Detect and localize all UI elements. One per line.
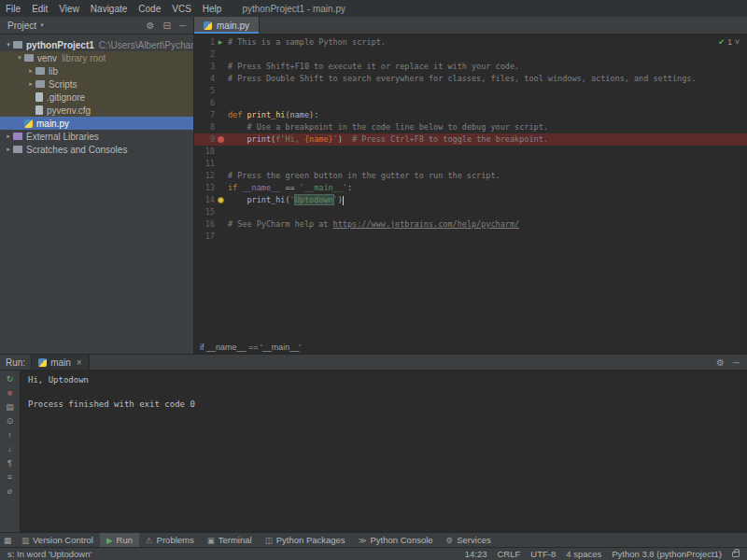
code-line-4[interactable]: 4# Press Double Shift to search everywhe… [194, 73, 747, 85]
tree-item-pythonproject1[interactable]: ▾pythonProject1C:\Users\Albert\PycharmPr… [0, 38, 193, 51]
code-line-15[interactable]: 15 [194, 206, 747, 218]
code-text: def print_hi(name): [226, 109, 318, 121]
code-line-12[interactable]: 12# Press the green button in the gutter… [194, 170, 747, 182]
code-line-2[interactable]: 2 [194, 49, 747, 61]
tree-item-pyvenv-cfg[interactable]: pyvenv.cfg [0, 104, 193, 117]
close-tab-icon[interactable]: × [77, 357, 82, 368]
code-text [226, 231, 228, 243]
indent-style[interactable]: 4 spaces [566, 549, 601, 559]
lock-icon[interactable] [732, 552, 740, 557]
project-view-selector[interactable]: Project ▾ [0, 21, 48, 31]
gutter-slot [215, 136, 226, 143]
code-line-6[interactable]: 6 [194, 97, 747, 109]
run-gutter-icon[interactable]: ▶ [218, 36, 223, 49]
code-line-17[interactable]: 17 [194, 231, 747, 243]
inspection-chevron-icon: ˅ [735, 37, 740, 47]
run-console[interactable]: Hi, Uptodown Process finished with exit … [21, 371, 747, 532]
menu-code[interactable]: Code [133, 4, 166, 14]
settings-gear-icon[interactable]: ⚙ [147, 21, 155, 31]
code-line-7[interactable]: 7def print_hi(name): [194, 109, 747, 121]
code-text: # This is a sample Python script. [226, 36, 386, 49]
down-stack-trace-icon[interactable]: ↓ [7, 443, 12, 455]
expand-arrow-icon[interactable]: ▸ [4, 133, 13, 140]
soft-wrap-icon[interactable]: ¶ [7, 457, 12, 469]
run-tab-main[interactable]: main × [31, 355, 90, 370]
menu-file[interactable]: File [0, 4, 26, 14]
expand-arrow-icon[interactable]: ▸ [26, 80, 35, 88]
collapse-all-icon[interactable]: ⊟ [163, 21, 171, 31]
code-text [226, 158, 228, 170]
pin-icon[interactable]: ⊙ [7, 415, 14, 427]
up-stack-trace-icon[interactable]: ↑ [7, 429, 12, 441]
expand-arrow-icon[interactable]: ▾ [15, 54, 24, 62]
tree-item-venv[interactable]: ▾venvlibrary root [0, 51, 193, 64]
code-text: # Press Double Shift to search everywher… [226, 73, 697, 85]
run-tab-label: main [50, 357, 71, 368]
scroll-to-end-icon[interactable]: ≡ [7, 471, 12, 483]
toolwindow-button-run[interactable]: ▶Run [100, 533, 139, 547]
line-number: 4 [194, 73, 215, 85]
tree-item-label: .gitignore [47, 92, 85, 103]
code-area[interactable]: 1▶# This is a sample Python script.23# P… [194, 35, 747, 340]
tree-item-scratches-and-consoles[interactable]: ▸Scratches and Consoles [0, 143, 193, 156]
tree-item-gitignore[interactable]: .gitignore [0, 91, 193, 104]
expand-arrow-icon[interactable]: ▸ [26, 67, 35, 75]
code-text: # See PyCharm help at https://www.jetbra… [226, 218, 519, 231]
code-line-3[interactable]: 3# Press Shift+F10 to execute it or repl… [194, 61, 747, 73]
line-number: 9 [194, 133, 215, 146]
code-line-9[interactable]: 9 print(f'Hi, {name}') # Press Ctrl+F8 t… [194, 133, 747, 146]
toolwindow-switcher-icon[interactable]: ▦ [0, 536, 15, 545]
breadcrumb[interactable]: if __name__ == '__main__' [194, 340, 747, 354]
toolwindow-button-terminal[interactable]: ▣Terminal [201, 533, 259, 547]
caret-position[interactable]: 14:23 [465, 549, 487, 559]
expand-arrow-icon[interactable]: ▾ [4, 41, 13, 49]
tree-item-lib[interactable]: ▸lib [0, 64, 193, 77]
run-panel-title: Run: [0, 357, 31, 368]
run-settings-gear-icon[interactable]: ⚙ [716, 357, 725, 368]
toolwindow-button-python-console[interactable]: ≫Python Console [352, 533, 440, 547]
toolwindow-button-python-packages[interactable]: ◫Python Packages [259, 533, 352, 547]
expand-arrow-icon[interactable]: ▸ [4, 146, 13, 153]
inspections-widget[interactable]: ✔ 1 ˅ [718, 37, 740, 47]
stop-icon[interactable]: ■ [7, 387, 12, 399]
hide-run-panel-icon[interactable]: ─ [733, 357, 740, 368]
menu-view[interactable]: View [53, 4, 85, 14]
interpreter[interactable]: Python 3.8 (pythonProject1) [612, 549, 722, 559]
line-ending[interactable]: CRLF [497, 549, 520, 559]
code-line-14[interactable]: 14 print_hi('Uptodown') [194, 194, 747, 206]
clear-all-icon[interactable]: ⌀ [7, 485, 12, 497]
scratch-icon [13, 146, 22, 153]
editor-tab-main-py[interactable]: main.py [194, 17, 260, 34]
tree-item-external-libraries[interactable]: ▸External Libraries [0, 130, 193, 143]
project-header-icons: ⚙ ⊟ ─ [147, 21, 193, 31]
code-line-11[interactable]: 11 [194, 158, 747, 170]
code-line-8[interactable]: 8 # Use a breakpoint in the code line be… [194, 121, 747, 133]
breakpoint-icon[interactable] [218, 136, 224, 143]
restore-layout-icon[interactable]: ▤ [6, 401, 14, 413]
rerun-icon[interactable]: ↻ [7, 373, 14, 385]
encoding[interactable]: UTF-8 [530, 549, 556, 559]
hide-panel-icon[interactable]: ─ [179, 21, 186, 31]
editor[interactable]: 1▶# This is a sample Python script.23# P… [194, 35, 747, 354]
file-icon [35, 92, 43, 102]
intention-bulb-icon[interactable] [218, 197, 224, 203]
pycharm-window: FileEditViewNavigateCodeVCSHelp pythonPr… [0, 0, 747, 560]
line-number: 16 [194, 218, 215, 231]
menu-vcs[interactable]: VCS [166, 4, 197, 14]
toolwindow-button-problems[interactable]: ⚠Problems [139, 533, 201, 547]
toolwindow-button-version-control[interactable]: ▥Version Control [15, 533, 100, 547]
code-line-5[interactable]: 5 [194, 85, 747, 97]
tree-item-scripts[interactable]: ▸Scripts [0, 77, 193, 91]
toolwindow-button-label: Problems [157, 535, 194, 545]
code-line-10[interactable]: 10 [194, 146, 747, 158]
code-line-16[interactable]: 16# See PyCharm help at https://www.jetb… [194, 218, 747, 231]
menu-help[interactable]: Help [197, 4, 228, 14]
menu-navigate[interactable]: Navigate [85, 4, 133, 14]
code-line-13[interactable]: 13if __name__ == '__main__': [194, 182, 747, 194]
code-line-1[interactable]: 1▶# This is a sample Python script. [194, 36, 747, 49]
line-number: 13 [194, 182, 215, 194]
toolwindow-button-services[interactable]: ⚙Services [440, 533, 498, 547]
tree-item-main-py[interactable]: main.py [0, 117, 193, 130]
menu-edit[interactable]: Edit [26, 4, 53, 14]
toolwindow-button-label: Terminal [218, 535, 252, 545]
